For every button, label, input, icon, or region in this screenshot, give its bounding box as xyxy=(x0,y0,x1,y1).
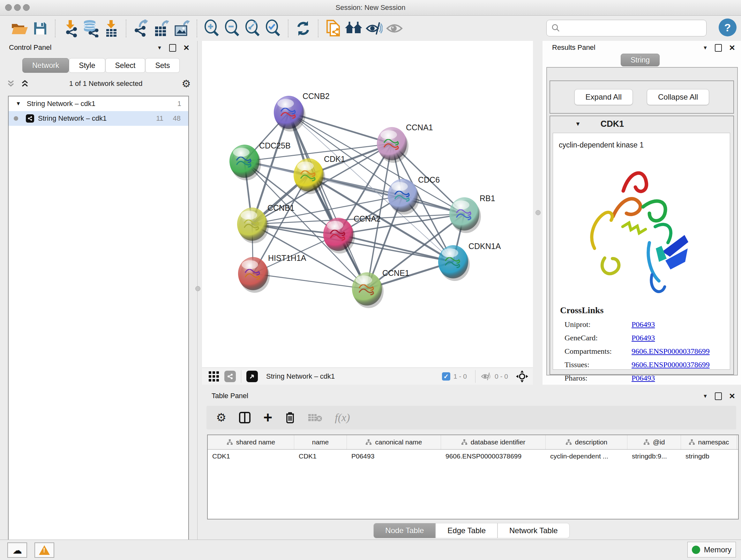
gene-section-caret-icon[interactable]: ▼ xyxy=(575,121,581,127)
table-panel-float-icon[interactable] xyxy=(715,392,722,400)
control-panel-float-icon[interactable] xyxy=(169,44,176,52)
export-network-button[interactable] xyxy=(131,19,151,38)
left-splitter-handle[interactable] xyxy=(195,286,200,291)
results-panel-collapse-icon[interactable]: ▼ xyxy=(703,45,708,51)
right-splitter-handle[interactable] xyxy=(536,210,541,215)
delete-column-trash-icon[interactable] xyxy=(285,412,295,424)
node-RB1[interactable]: RB1 xyxy=(449,194,495,233)
table-cell[interactable]: stringdb xyxy=(681,449,737,463)
column-header-canonical-name[interactable]: canonical name xyxy=(347,435,441,449)
tree-caret-icon[interactable]: ▼ xyxy=(16,101,21,107)
table-cell[interactable]: cyclin-dependent ... xyxy=(546,449,627,463)
tab-style[interactable]: Style xyxy=(69,58,105,73)
crosslink-value-link[interactable]: P06493 xyxy=(631,374,655,382)
crosslink-value-link[interactable]: 9606.ENSP00000378699 xyxy=(631,347,710,356)
search-box xyxy=(546,20,706,37)
help-button[interactable]: ? xyxy=(719,18,737,37)
expand-all-button[interactable]: Expand All xyxy=(575,89,633,105)
tab-node-table[interactable]: Node Table xyxy=(374,523,435,538)
table-panel-close-icon[interactable]: ✕ xyxy=(729,392,735,401)
export-table-button[interactable] xyxy=(151,19,172,38)
function-builder-icon[interactable]: f(x) xyxy=(335,412,350,424)
pan-crosshair-icon[interactable] xyxy=(516,370,529,383)
crosslink-value-link[interactable]: P06493 xyxy=(631,320,655,329)
import-network-file-button[interactable] xyxy=(60,19,80,38)
column-header-name[interactable]: name xyxy=(294,435,347,449)
hidden-eye-slash-icon[interactable] xyxy=(481,372,491,381)
control-panel-collapse-icon[interactable]: ▼ xyxy=(157,45,162,51)
zoom-fit-button[interactable] xyxy=(243,19,263,38)
node-CCNA2[interactable]: CCNA2 xyxy=(323,214,381,253)
hide-selected-button[interactable] xyxy=(364,19,384,38)
save-session-button[interactable] xyxy=(30,19,51,38)
table-row[interactable]: CDK1CDK1P064939606.ENSP00000378699cyclin… xyxy=(208,449,738,463)
gene-name: CDK1 xyxy=(601,119,624,129)
expand-all-icon[interactable] xyxy=(20,79,30,88)
control-panel-close-icon[interactable]: ✕ xyxy=(183,44,190,52)
zoom-out-button[interactable] xyxy=(222,19,243,38)
table-panel-collapse-icon[interactable]: ▼ xyxy=(703,393,708,399)
tab-network[interactable]: Network xyxy=(22,58,69,73)
table-cell[interactable]: CDK1 xyxy=(294,449,347,463)
node-table[interactable]: shared namenamecanonical namedatabase id… xyxy=(207,435,739,519)
tab-select[interactable]: Select xyxy=(105,58,145,73)
crosslink-value-link[interactable]: P06493 xyxy=(631,334,655,342)
network-options-gear-icon[interactable]: ⚙ xyxy=(182,78,191,90)
table-cell[interactable]: 9606.ENSP00000378699 xyxy=(441,449,546,463)
column-header-@id[interactable]: @id xyxy=(627,435,681,449)
cloud-status-button[interactable]: ☁ xyxy=(7,543,27,558)
tab-string[interactable]: String xyxy=(621,54,660,66)
crosslink-value-link[interactable]: 9606.ENSP00000378699 xyxy=(631,361,710,369)
node-CDKN1A[interactable]: CDKN1A xyxy=(438,242,501,281)
node-CCNB1[interactable]: CCNB1 xyxy=(237,203,294,243)
edge-CCNB2-CCNE1[interactable] xyxy=(289,112,367,289)
refresh-layout-button[interactable] xyxy=(293,19,313,38)
network-row[interactable]: String Network – cdk1 11 48 xyxy=(9,111,188,126)
network-canvas[interactable]: CCNB2CCNA1CDC25BCDK1CDC6RB1CCNB1CCNA2CDK… xyxy=(198,41,542,368)
column-header-description[interactable]: description xyxy=(546,435,627,449)
network-view-type-icon[interactable] xyxy=(224,371,236,382)
warnings-button[interactable] xyxy=(35,543,54,558)
table-cell[interactable]: CDK1 xyxy=(208,449,294,463)
show-all-button[interactable] xyxy=(384,19,405,38)
column-header-database-identifier[interactable]: database identifier xyxy=(441,435,546,449)
table-cell[interactable]: stringdb:9... xyxy=(627,449,681,463)
node-CCNA1[interactable]: CCNA1 xyxy=(377,123,433,163)
results-panel-close-icon[interactable]: ✕ xyxy=(729,44,735,52)
import-network-database-button[interactable] xyxy=(80,19,101,38)
tab-network-table[interactable]: Network Table xyxy=(497,523,569,538)
node-HIST1H1A[interactable]: HIST1H1A xyxy=(238,253,307,293)
search-input[interactable] xyxy=(564,24,706,32)
node-CCNE1[interactable]: CCNE1 xyxy=(352,268,409,308)
show-columns-icon[interactable] xyxy=(239,412,251,423)
selected-nodes-checkbox[interactable]: ✓ xyxy=(442,372,450,381)
node-CCNB2[interactable]: CCNB2 xyxy=(274,91,330,132)
collapse-all-icon[interactable] xyxy=(6,79,16,88)
column-header-namespac[interactable]: namespac xyxy=(681,435,737,449)
export-table-icon xyxy=(153,19,170,37)
memory-button[interactable]: Memory xyxy=(687,542,736,557)
column-header-shared-name[interactable]: shared name xyxy=(208,435,294,449)
import-table-button[interactable] xyxy=(101,19,121,38)
open-session-button[interactable] xyxy=(10,19,30,38)
add-column-icon[interactable]: + xyxy=(263,412,272,423)
results-panel-float-icon[interactable] xyxy=(715,44,722,52)
column-header-label: name xyxy=(312,438,329,446)
zoom-in-button[interactable] xyxy=(202,19,222,38)
export-image-button[interactable] xyxy=(172,19,192,38)
collapse-all-button[interactable]: Collapse All xyxy=(647,89,709,105)
home-button[interactable] xyxy=(343,19,364,38)
zoom-selected-button[interactable] xyxy=(263,19,283,38)
network-graph[interactable]: CCNB2CCNA1CDC25BCDK1CDC6RB1CCNB1CCNA2CDK… xyxy=(202,41,533,368)
tab-sets[interactable]: Sets xyxy=(145,58,180,73)
tab-edge-table[interactable]: Edge Table xyxy=(435,523,497,538)
network-collection-row[interactable]: ▼ String Network – cdk1 1 xyxy=(9,97,188,111)
edge-HIST1H1A-CCNE1[interactable] xyxy=(253,273,367,289)
table-options-gear-icon[interactable]: ⚙ xyxy=(216,411,226,424)
birdseye-view-icon[interactable] xyxy=(246,371,258,382)
node-CDC25B[interactable]: CDC25B xyxy=(229,141,291,180)
duplicate-network-button[interactable] xyxy=(323,19,343,38)
grid-view-icon[interactable] xyxy=(208,371,219,382)
table-cell[interactable]: P06493 xyxy=(347,449,441,463)
column-tree-icon xyxy=(689,439,695,445)
